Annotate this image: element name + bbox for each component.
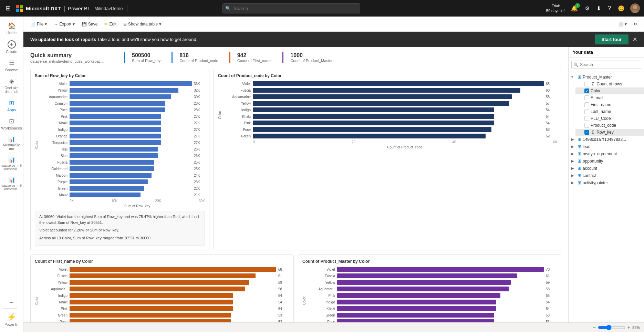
sidebar-item-apps[interactable]: ⊞ Apps <box>0 96 23 115</box>
save-btn[interactable]: 💾 Save <box>79 20 100 28</box>
sidebar-item-workspaces[interactable]: ⊡ Workspaces <box>0 115 23 133</box>
file-chevron: ▾ <box>45 22 47 27</box>
email-checkbox[interactable] <box>584 95 589 100</box>
bar-row: Khaki54 <box>308 306 557 311</box>
file-icon: 📄 <box>30 22 35 27</box>
grid-icon[interactable]: ⊞ <box>4 3 12 13</box>
show-data-table-btn[interactable]: ⊞ Show data table ▾ <box>121 20 164 28</box>
zoom-in-btn[interactable]: + <box>627 325 630 330</box>
refresh-btn[interactable]: ↻ <box>631 20 640 28</box>
qs-metric-product-master: 1000 Count of Product_Master <box>282 52 339 63</box>
sidebar-item-milindav[interactable]: 📊 MilindavDe mo <box>0 133 23 154</box>
expand-activitypointer: ▶ <box>571 181 576 185</box>
table-icon-contact: ⊞ <box>578 173 581 178</box>
color-checkbox[interactable]: ✓ <box>584 89 589 93</box>
sidebar-item-browse[interactable]: ☰ Browse <box>0 56 23 75</box>
qs-metric-first-name: 942 Count of First_name <box>229 52 279 63</box>
chart-product-master-color: Count of Product_Master by Color Color V… <box>298 255 561 332</box>
sigma-icon: Σ <box>592 82 594 86</box>
sidebar-item-home[interactable]: 🏠 Home <box>0 19 23 38</box>
filters-search-input[interactable] <box>571 61 641 69</box>
chart-row-key-color: Sum of Row_key by Color Color Violet36K … <box>30 69 209 250</box>
bar-row: Blue26K <box>40 153 205 158</box>
bar-row: Turquoise27K <box>40 140 205 145</box>
chart1-x-label: Sum of Row_key <box>40 204 205 208</box>
sidebar-item-powerbi[interactable]: ⚡ Power BI <box>3 310 20 329</box>
tree-product-master[interactable]: ▾ ⊞ Product_Master <box>569 73 644 81</box>
toolbar-right: ⬜ ▾ ↻ <box>616 20 640 28</box>
sidebar-item-dataverse2[interactable]: 📊 dataverse_m ilindavdem... <box>0 174 23 194</box>
expand-opportunity: ▶ <box>571 159 576 163</box>
settings-btn[interactable]: ⚙ <box>583 4 591 13</box>
sidebar-item-create[interactable]: + Create <box>0 38 23 56</box>
zoom-slider[interactable] <box>598 325 625 330</box>
bar-row: Fuscia60 <box>223 87 557 93</box>
tree-table-contact[interactable]: ▶ ⊞ contact <box>569 172 644 179</box>
expand-lead: ▶ <box>571 145 576 148</box>
bar-row: Fuscia61 <box>40 273 289 279</box>
download-btn[interactable]: ⬇ <box>595 4 602 13</box>
zoom-controls: − + 82% <box>593 325 640 330</box>
bar-row: Green22K <box>40 186 205 191</box>
sidebar-item-more[interactable]: ••• <box>3 297 20 307</box>
start-tour-btn[interactable]: Start tour <box>595 34 629 44</box>
tree-table-1498[interactable]: ▶ ⊞ 1498cd1a7f104978a3... <box>569 136 644 143</box>
edit-btn[interactable]: ✏ Edit <box>102 20 119 28</box>
bar-row: Green53 <box>40 312 289 318</box>
user-icon-btn[interactable]: 😊 <box>616 4 626 13</box>
bar-row: Violet36K <box>40 81 205 86</box>
tree-product-code[interactable]: Product_code <box>575 122 644 129</box>
workspace-name: MilindavDemo <box>94 6 123 11</box>
bar-row: Yellow32K <box>40 87 205 93</box>
bar-row: Yellow59 <box>40 280 289 285</box>
table-icon-msdyn: ⊞ <box>578 151 581 156</box>
export-btn[interactable]: ↔ Export ▾ <box>51 20 77 28</box>
tree-last-name[interactable]: Last_name <box>575 108 644 115</box>
search-icon: 🔍 <box>225 6 231 11</box>
last-name-checkbox[interactable] <box>584 109 589 114</box>
count-rows-checkbox[interactable] <box>584 82 589 86</box>
microsoft-logo <box>16 5 23 12</box>
banner-close-btn[interactable]: ✕ <box>633 36 637 43</box>
file-btn[interactable]: 📄 File ▾ <box>28 20 50 28</box>
create-icon: + <box>8 40 16 49</box>
bar-row: Maroon24K <box>40 173 205 178</box>
plu-code-checkbox[interactable] <box>584 116 589 121</box>
report-area: Quick summary dataverse_milindavdemo_cds… <box>23 47 568 332</box>
avatar[interactable] <box>630 3 640 13</box>
global-search: 🔍 <box>222 3 360 13</box>
chart3-bars: Violet68 Fuscia61 Yellow59 Aquamar...58 … <box>40 267 289 324</box>
window-btn[interactable]: ⬜ ▾ <box>616 20 630 28</box>
chart1-y-axis: Color <box>35 141 39 149</box>
tree-first-name[interactable]: First_name <box>575 101 644 108</box>
notification-btn[interactable]: 🔔 4 <box>570 4 579 13</box>
tree-row-key[interactable]: ✓ Σ Row_key <box>575 129 644 136</box>
first-name-checkbox[interactable] <box>584 102 589 107</box>
tree-email[interactable]: E_mail <box>575 94 644 101</box>
tree-table-lead[interactable]: ▶ ⊞ lead <box>569 143 644 150</box>
bar-row: Teal26K <box>40 146 205 152</box>
search-input[interactable] <box>222 3 360 13</box>
sidebar-item-dataverse1[interactable]: 📊 dataverse_m ilindavdem... <box>0 154 23 174</box>
bar-row: Puce53 <box>223 127 557 132</box>
tree-color[interactable]: ✓ Color <box>575 87 644 94</box>
sidebar-divider <box>3 308 17 309</box>
data-tree: ▾ ⊞ Product_Master Σ Count of rows ✓ Col… <box>569 72 644 188</box>
row-key-checkbox[interactable]: ✓ <box>584 130 589 135</box>
tree-table-msdyn[interactable]: ▶ ⊞ msdyn_agreement <box>569 150 644 157</box>
tree-count-rows[interactable]: Σ Count of rows <box>575 81 644 87</box>
tree-table-account[interactable]: ▶ ⊞ account <box>569 165 644 172</box>
zoom-out-btn[interactable]: − <box>593 325 596 330</box>
bar-row: Mauv21K <box>40 192 205 198</box>
product-code-checkbox[interactable] <box>584 123 589 128</box>
tree-expand-icon: ▾ <box>571 75 576 79</box>
help-btn[interactable]: ? <box>606 4 612 13</box>
tree-plu-code[interactable]: PLU_Code <box>575 115 644 122</box>
sigma-icon2: Σ <box>592 130 594 135</box>
tree-table-opportunity[interactable]: ▶ ⊞ opportunity <box>569 157 644 165</box>
banner-text: We updated the look of reports Take a to… <box>30 37 197 42</box>
qs-title: Quick summary dataverse_milindavdemo_cds… <box>30 52 120 63</box>
tree-table-activitypointer[interactable]: ▶ ⊞ activitypointer <box>569 179 644 186</box>
sidebar-item-onelake[interactable]: ◈ OneLake data hub <box>0 75 23 96</box>
bar-row: Aquamar...58 <box>308 286 557 292</box>
